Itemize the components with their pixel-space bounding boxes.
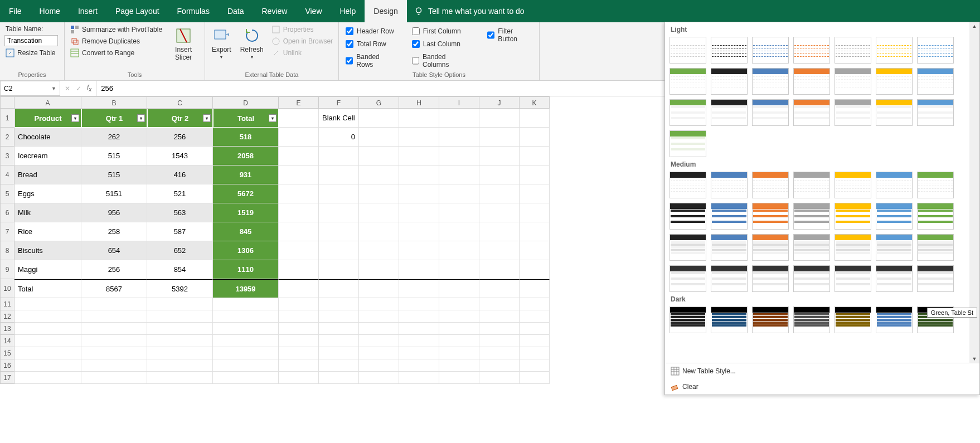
refresh-button[interactable]: Refresh ▾ [238,25,266,62]
cell[interactable] [359,147,399,165]
cell[interactable] [359,222,399,241]
table-style-swatch[interactable] [669,306,706,333]
cell[interactable] [399,241,439,260]
table-style-swatch[interactable] [752,37,789,64]
cell[interactable] [479,310,520,323]
row-header[interactable]: 7 [0,222,14,241]
cell[interactable] [147,359,213,372]
cell[interactable]: 956 [81,203,147,222]
cell[interactable] [319,279,359,298]
table-style-swatch[interactable] [876,203,913,230]
table-style-swatch[interactable] [752,68,789,95]
cell[interactable] [81,372,147,384]
cell[interactable] [359,165,399,184]
table-style-swatch[interactable] [711,99,748,126]
cell[interactable] [479,260,520,279]
resize-table-button[interactable]: Resize Table [4,48,58,58]
cell[interactable] [479,335,520,347]
table-style-swatch[interactable] [917,265,954,292]
cell[interactable] [479,372,520,384]
cell[interactable] [439,184,479,203]
cell[interactable] [213,298,279,310]
cell[interactable] [359,372,399,384]
cell[interactable] [399,310,439,323]
cell[interactable]: 515 [81,147,147,165]
confirm-formula-icon[interactable]: ✓ [76,85,81,93]
table-style-swatch[interactable] [917,234,954,261]
cell[interactable] [520,298,550,310]
tab-data[interactable]: Data [219,0,253,22]
column-header[interactable]: A [14,96,81,109]
table-style-swatch[interactable] [835,99,871,126]
cell[interactable] [81,335,147,347]
filter-dropdown-icon[interactable]: ▾ [269,114,276,122]
row-header[interactable]: 11 [0,298,14,310]
column-header[interactable]: F [319,96,359,109]
cell[interactable] [520,359,550,372]
row-header[interactable]: 3 [0,147,14,165]
table-header-cell[interactable]: Total▾ [213,109,279,128]
table-style-swatch[interactable] [711,37,748,64]
cell[interactable] [399,372,439,384]
cell[interactable] [479,203,520,222]
filter-dropdown-icon[interactable]: ▾ [71,114,79,122]
cell[interactable] [439,279,479,298]
table-style-swatch[interactable] [752,234,789,261]
cell[interactable] [439,147,479,165]
chevron-down-icon[interactable]: ▼ [51,86,56,91]
cell[interactable] [14,372,81,384]
cell[interactable]: Blank Cell [319,109,359,128]
select-all-corner[interactable] [0,96,14,109]
column-header[interactable]: H [399,96,439,109]
cell[interactable] [399,165,439,184]
table-style-swatch[interactable] [793,68,830,95]
cell[interactable] [213,335,279,347]
filter-dropdown-icon[interactable]: ▾ [137,114,145,122]
cell[interactable]: 521 [147,184,213,203]
cell[interactable] [359,347,399,359]
cell[interactable] [439,347,479,359]
table-style-swatch[interactable] [917,37,954,64]
tab-view[interactable]: View [296,0,331,22]
scroll-up-icon[interactable]: ▲ [972,23,977,29]
cell[interactable]: 416 [147,165,213,184]
cell[interactable] [520,279,550,298]
column-header[interactable]: J [479,96,520,109]
cell[interactable] [439,241,479,260]
column-header[interactable]: B [81,96,147,109]
row-header[interactable]: 9 [0,260,14,279]
table-style-swatch[interactable] [669,68,706,95]
row-header[interactable]: 15 [0,347,14,359]
cell[interactable] [399,184,439,203]
tab-file[interactable]: File [0,0,31,22]
cell[interactable]: 652 [147,241,213,260]
cell[interactable] [439,203,479,222]
first-column-checkbox[interactable]: First Column [410,27,474,36]
cell[interactable] [520,203,550,222]
tab-formulas[interactable]: Formulas [168,0,219,22]
cell[interactable]: Milk [14,203,81,222]
table-style-swatch[interactable] [752,99,789,126]
export-button[interactable]: Export ▾ [210,25,234,62]
row-header[interactable]: 14 [0,335,14,347]
cell[interactable] [14,323,81,335]
cell[interactable] [359,323,399,335]
cell[interactable]: 0 [319,128,359,147]
cell[interactable]: Maggi [14,260,81,279]
clear-style-button[interactable]: Clear [665,379,979,395]
table-style-swatch[interactable] [793,265,830,292]
row-header[interactable]: 5 [0,184,14,203]
cell[interactable] [213,310,279,323]
table-style-swatch[interactable] [876,37,913,64]
cell[interactable] [479,279,520,298]
cell[interactable] [479,128,520,147]
cell[interactable]: 931 [213,165,279,184]
cell[interactable] [81,359,147,372]
cell[interactable] [479,222,520,241]
cell[interactable] [279,372,319,384]
cell[interactable] [399,347,439,359]
cell[interactable] [14,310,81,323]
cell[interactable] [279,203,319,222]
cell[interactable] [279,298,319,310]
cell[interactable] [520,109,550,128]
